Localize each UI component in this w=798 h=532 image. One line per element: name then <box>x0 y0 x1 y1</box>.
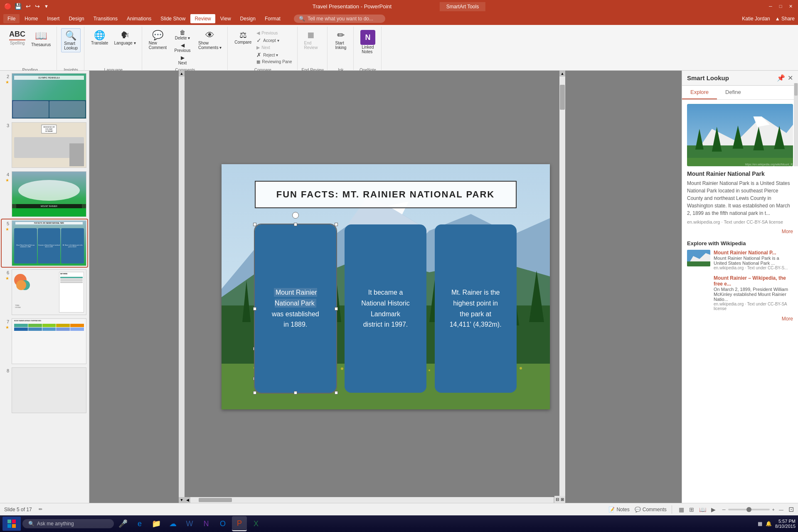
start-button[interactable] <box>2 517 21 531</box>
resize-vertical-btn[interactable]: ⊟ <box>555 497 559 502</box>
redo-btn[interactable]: ↪ <box>34 2 41 10</box>
notes-edit-icon[interactable]: ✏ <box>39 507 42 512</box>
taskbar-word-btn[interactable]: W <box>182 516 197 531</box>
taskbar-onedrive-btn[interactable]: ☁ <box>165 516 180 531</box>
ribbon-group-compare: ⚖ Compare ◀ Previous ✓ Accept ▾ ▶ Next <box>229 27 297 74</box>
reviewing-pane-btn[interactable]: ▦ Reviewing Pane <box>255 59 293 64</box>
card-3[interactable]: Mt. Rainer is thehighest point inthe par… <box>435 224 517 393</box>
rotate-handle[interactable]: ↻ <box>292 212 299 219</box>
previous-comment-btn[interactable]: ◀ Previous <box>170 42 195 54</box>
scroll-right-up-btn[interactable]: ▲ <box>559 71 565 76</box>
slide-item-7[interactable]: 7★ MOUNT RAINIER AVERAGE TEMPERATURES <box>2 318 87 365</box>
taskbar-search[interactable]: 🔍 Ask me anything <box>22 519 114 528</box>
taskbar-edge-btn[interactable]: e <box>132 516 147 531</box>
share-btn[interactable]: ▲ Share <box>775 16 795 22</box>
minimize-btn[interactable]: ─ <box>767 3 774 10</box>
card-1[interactable]: ↻ Mount RainierNational Park was establi… <box>255 224 337 393</box>
menu-review[interactable]: Review <box>190 14 215 23</box>
compare-previous-btn[interactable]: ◀ Previous <box>255 30 293 36</box>
wiki-result-2[interactable]: Mount Rainier – Wikipedia, the free e...… <box>687 275 793 311</box>
linked-notes-btn[interactable]: N LinkedNotes <box>358 28 378 56</box>
menu-home[interactable]: Home <box>20 14 42 23</box>
maximize-btn[interactable]: □ <box>777 3 784 10</box>
slide-title: FUN FACTS: MT. RAINIER NATIONAL PARK <box>255 181 517 208</box>
compare-next-btn[interactable]: ▶ Next <box>255 44 293 51</box>
compare-btn[interactable]: ⚖ Compare <box>232 28 254 64</box>
next-comment-btn[interactable]: ▶ Next <box>170 54 195 66</box>
resize-controls: ⊟ ⊞ <box>554 496 565 503</box>
slide-item-2[interactable]: 2★ OLYMPIC PENINSULA <box>2 72 87 120</box>
slide-item-3[interactable]: 3 WEEKEND ORHOLIDAYGETAWAY <box>2 121 87 169</box>
svg-rect-47 <box>7 524 11 528</box>
thesaurus-btn[interactable]: 📖 Thesaurus <box>29 28 53 49</box>
smart-lookup-close-btn[interactable]: ✕ <box>788 74 793 82</box>
spelling-btn[interactable]: ABC Spelling <box>7 28 28 47</box>
wiki-meta-2: en.wikipedia.org · Text under CC-BY-SA l… <box>714 302 793 311</box>
menu-slideshow[interactable]: Slide Show <box>156 14 190 23</box>
taskbar-onenote-btn[interactable]: N <box>199 516 214 531</box>
taskbar-powerpoint-btn[interactable]: P <box>232 516 247 531</box>
taskbar-excel-btn[interactable]: X <box>249 516 264 531</box>
menu-design[interactable]: Design <box>64 14 88 23</box>
tab-explore[interactable]: Explore <box>682 86 717 99</box>
start-inking-btn[interactable]: ✏ StartInking <box>332 28 350 52</box>
undo-btn[interactable]: ↩ <box>25 2 32 10</box>
delete-btn[interactable]: 🗑 Delete ▾ <box>170 28 195 41</box>
slide-item-8[interactable]: 8 <box>2 367 87 414</box>
prev-small-icon: ◀ <box>256 30 260 36</box>
menu-insert[interactable]: Insert <box>43 14 64 23</box>
lookup-scroll-thumb[interactable] <box>794 83 798 96</box>
compare-accept-btn[interactable]: ✓ Accept ▾ <box>255 37 293 44</box>
customize-btn[interactable]: ▼ <box>43 3 49 10</box>
menu-file[interactable]: File <box>3 14 20 23</box>
scroll-down-btn[interactable]: ▼ <box>179 497 185 503</box>
translate-btn[interactable]: 🌐 Translate <box>89 28 111 47</box>
taskbar-cortana-btn[interactable]: 🎤 <box>116 516 131 531</box>
slide-item-6[interactable]: 6★ TRAILVISTAS DAY HIKING <box>2 268 87 316</box>
reading-view-btn[interactable]: 📖 <box>697 505 708 514</box>
fit-btn[interactable]: ⊡ <box>788 505 794 513</box>
scroll-up-btn[interactable]: ▲ <box>179 71 185 76</box>
new-comment-btn[interactable]: 💬 NewComment <box>146 28 169 52</box>
explore-more-link[interactable]: More <box>687 316 793 322</box>
wiki-result-1[interactable]: Mount Rainier National P... Mount Rainie… <box>687 250 793 270</box>
save-btn[interactable]: 💾 <box>14 2 22 10</box>
menu-design2[interactable]: Design <box>236 14 260 23</box>
menu-animations[interactable]: Animations <box>123 14 155 23</box>
menu-transitions[interactable]: Transitions <box>89 14 122 23</box>
scroll-left-btn[interactable]: ◀ <box>185 497 190 503</box>
slide-canvas-area: ▲ ▼ <box>89 71 682 503</box>
taskbar-show-desktop[interactable]: ▦ <box>758 521 762 527</box>
zoom-thumb[interactable] <box>746 507 751 512</box>
tab-define[interactable]: Define <box>717 86 749 99</box>
reject-btn[interactable]: ✗ Reject ▾ <box>255 51 293 59</box>
slide-item-4[interactable]: 4★ MOUNT RAINIER <box>2 170 87 218</box>
resize-horizontal-btn[interactable]: ⊞ <box>560 497 564 502</box>
taskbar-right: ▦ 🔔 5:57 PM 8/10/2015 <box>758 519 796 529</box>
taskbar-explorer-btn[interactable]: 📁 <box>149 516 164 531</box>
lookup-more-link[interactable]: More <box>687 229 793 234</box>
slideshow-view-btn[interactable]: ▶ <box>709 505 717 514</box>
menu-view[interactable]: View <box>216 14 235 23</box>
taskbar-outlook-btn[interactable]: O <box>215 516 230 531</box>
zoom-out-btn[interactable]: ─ <box>722 507 726 512</box>
zoom-in-btn[interactable]: + <box>772 507 775 512</box>
smart-lookup-pin-btn[interactable]: 📌 <box>777 74 785 82</box>
slide-item-5[interactable]: 5★ FUN FACTS: MT. RAINIER NATIONAL PARK … <box>2 219 87 267</box>
taskbar-notifications[interactable]: 🔔 <box>766 521 772 527</box>
smart-lookup-btn[interactable]: 🔍 SmartLookup <box>61 28 81 52</box>
menu-format[interactable]: Format <box>261 14 285 23</box>
tell-me-input[interactable]: 🔍 Tell me what you want to do... <box>294 15 385 23</box>
card-2[interactable]: It became aNational HistoricLandmarkdist… <box>345 224 426 393</box>
scroll-right-thumb[interactable] <box>560 85 565 110</box>
notes-btn[interactable]: 📝 Notes <box>608 507 629 512</box>
normal-view-btn[interactable]: ▦ <box>677 505 686 514</box>
slide-sorter-btn[interactable]: ⊞ <box>687 505 696 514</box>
language-btn[interactable]: 🗣 Language ▾ <box>111 28 138 47</box>
smart-lookup-content: https://en.wikipedia.org/wiki/Mount_Rain… <box>682 100 798 503</box>
comments-btn[interactable]: 💬 Comments <box>635 507 667 512</box>
end-review-btn[interactable]: ⏹ EndReview <box>302 28 320 52</box>
close-btn[interactable]: ✕ <box>787 3 794 10</box>
show-comments-btn[interactable]: 👁 ShowComments ▾ <box>196 28 224 52</box>
h-scroll-thumb[interactable] <box>199 498 232 502</box>
